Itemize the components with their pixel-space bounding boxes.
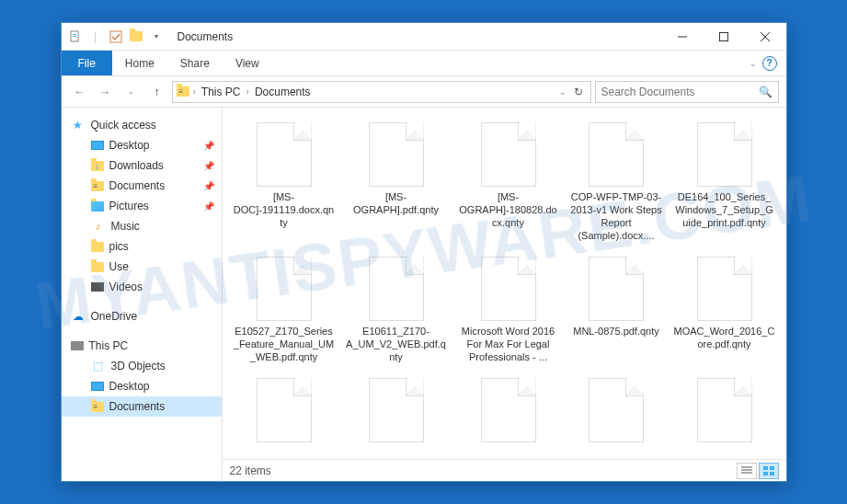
sidebar-item-label: Desktop	[109, 139, 150, 152]
tab-share[interactable]: Share	[167, 51, 223, 75]
back-button[interactable]: ←	[69, 81, 91, 103]
file-icon	[257, 122, 312, 187]
sidebar-3dobjects[interactable]: ⬚3D Objects	[62, 356, 222, 376]
sidebar-videos[interactable]: Videos	[62, 277, 222, 297]
documents-icon	[91, 181, 104, 191]
tab-home[interactable]: Home	[112, 51, 167, 75]
titlebar: | ▾ Documents	[62, 23, 786, 51]
sidebar-documents[interactable]: Documents📌	[62, 176, 222, 196]
pin-icon: 📌	[203, 161, 214, 171]
file-item[interactable]	[567, 374, 667, 450]
svg-rect-3	[110, 31, 121, 42]
breadcrumb-thispc[interactable]: This PC	[200, 86, 243, 98]
close-button[interactable]	[745, 23, 786, 51]
file-label: [MS-OGRAPH]-180828.docx.qnty	[458, 190, 559, 229]
file-item[interactable]: E10527_Z170_Series_Feature_Manual_UM_WEB…	[230, 253, 338, 367]
tab-file[interactable]: File	[62, 51, 112, 75]
file-icon	[257, 378, 312, 442]
sidebar-pictures[interactable]: Pictures📌	[62, 196, 222, 216]
divider-icon: |	[87, 29, 104, 45]
sidebar-item-label: Videos	[109, 281, 143, 293]
file-icon	[481, 122, 536, 187]
details-view-button[interactable]	[737, 463, 757, 479]
file-item[interactable]: [MS-OGRAPH]-180828.docx.qnty	[454, 119, 563, 246]
sidebar-pics[interactable]: pics	[62, 236, 222, 257]
breadcrumb-documents[interactable]: Documents	[253, 86, 313, 98]
properties-icon[interactable]	[67, 29, 84, 45]
file-label: [MS-DOC]-191119.docx.qnty	[234, 190, 335, 229]
file-item[interactable]: [MS-DOC]-191119.docx.qnty	[230, 119, 338, 246]
ribbon: File Home Share View ⌄ ?	[62, 51, 786, 76]
chevron-right-icon[interactable]: ›	[246, 86, 249, 97]
file-item[interactable]: Microsoft Word 2016 For Max For Legal Pr…	[454, 253, 563, 367]
minimize-button[interactable]	[662, 23, 704, 51]
file-icon	[697, 122, 752, 187]
forward-button[interactable]: →	[95, 81, 117, 103]
sidebar-desktop[interactable]: Desktop📌	[62, 135, 222, 155]
desktop-icon	[91, 141, 104, 150]
address-dropdown-icon[interactable]: ⌄	[559, 87, 567, 97]
chevron-right-icon[interactable]: ›	[193, 86, 196, 97]
tab-view[interactable]: View	[223, 51, 272, 75]
files-grid: [MS-DOC]-191119.docx.qnty[MS-OGRAPH].pdf…	[223, 108, 786, 459]
svg-rect-12	[770, 466, 774, 470]
file-item[interactable]: E10611_Z170-A_UM_V2_WEB.pdf.qnty	[342, 253, 451, 367]
sidebar-item-label: Desktop	[109, 380, 150, 393]
folder-icon[interactable]	[128, 29, 144, 45]
sidebar-thispc[interactable]: This PC	[62, 336, 222, 356]
file-item[interactable]	[230, 374, 338, 450]
sidebar-item-label: OneDrive	[91, 310, 138, 323]
checkbox-icon[interactable]	[108, 29, 124, 45]
address-bar[interactable]: › This PC › Documents ⌄ ↻	[172, 81, 591, 103]
sidebar-item-label: Documents	[109, 179, 166, 192]
sidebar-item-label: Quick access	[91, 119, 156, 132]
item-count: 22 items	[230, 464, 271, 477]
icons-view-button[interactable]	[759, 463, 779, 479]
up-button[interactable]: ↑	[146, 81, 168, 103]
file-item[interactable]: MOAC_Word_2016_Core.pdf.qnty	[670, 253, 779, 367]
sidebar-music[interactable]: ♪Music	[62, 216, 222, 236]
file-item[interactable]	[670, 374, 779, 450]
sidebar-downloads[interactable]: Downloads📌	[62, 155, 222, 176]
documents-icon	[91, 402, 104, 412]
sidebar-item-label: Use	[109, 260, 129, 273]
maximize-button[interactable]	[704, 23, 745, 51]
qat-dropdown-icon[interactable]: ▾	[148, 29, 165, 45]
refresh-icon[interactable]: ↻	[574, 86, 583, 98]
sidebar-quickaccess[interactable]: ★Quick access	[62, 115, 222, 135]
quick-access-toolbar: | ▾	[62, 29, 170, 45]
file-item[interactable]: DE164_100_Series_Windows_7_Setup_Guide_p…	[670, 119, 779, 246]
file-label: Microsoft Word 2016 For Max For Legal Pr…	[458, 325, 559, 363]
videos-icon	[91, 282, 104, 292]
sidebar-use[interactable]: Use	[62, 257, 222, 277]
sidebar-documents2[interactable]: Documents	[62, 396, 222, 417]
sidebar-item-label: This PC	[89, 339, 129, 352]
help-icon[interactable]: ?	[762, 56, 777, 71]
file-label: MOAC_Word_2016_Core.pdf.qnty	[674, 325, 775, 350]
sidebar-item-label: Downloads	[109, 159, 164, 172]
sidebar-desktop2[interactable]: Desktop	[62, 376, 222, 396]
navigation-pane: ★Quick access Desktop📌 Downloads📌 Docume…	[62, 108, 223, 481]
pc-icon	[71, 341, 84, 350]
file-icon	[589, 378, 644, 442]
file-icon	[369, 257, 424, 321]
svg-rect-13	[763, 472, 768, 475]
file-icon	[697, 257, 752, 321]
file-icon	[481, 257, 536, 321]
file-item[interactable]: MNL-0875.pdf.qnty	[567, 253, 667, 367]
search-box[interactable]: 🔍	[595, 81, 779, 103]
ribbon-expand-icon[interactable]: ⌄	[750, 59, 757, 68]
recent-dropdown-icon[interactable]: ⌄	[120, 81, 143, 103]
file-item[interactable]: COP-WFP-TMP-03-2013-v1 Work Steps Report…	[567, 119, 667, 246]
file-item[interactable]: [MS-OGRAPH].pdf.qnty	[342, 119, 451, 246]
file-item[interactable]	[342, 374, 451, 450]
file-item[interactable]	[454, 374, 563, 450]
search-input[interactable]	[601, 86, 759, 98]
music-icon: ♪	[91, 219, 106, 234]
sidebar-onedrive[interactable]: ☁OneDrive	[62, 306, 222, 326]
pin-icon: 📌	[203, 201, 214, 212]
cloud-icon: ☁	[71, 309, 86, 324]
pictures-icon	[91, 201, 104, 212]
search-icon[interactable]: 🔍	[759, 86, 773, 98]
pin-icon: 📌	[203, 141, 214, 151]
